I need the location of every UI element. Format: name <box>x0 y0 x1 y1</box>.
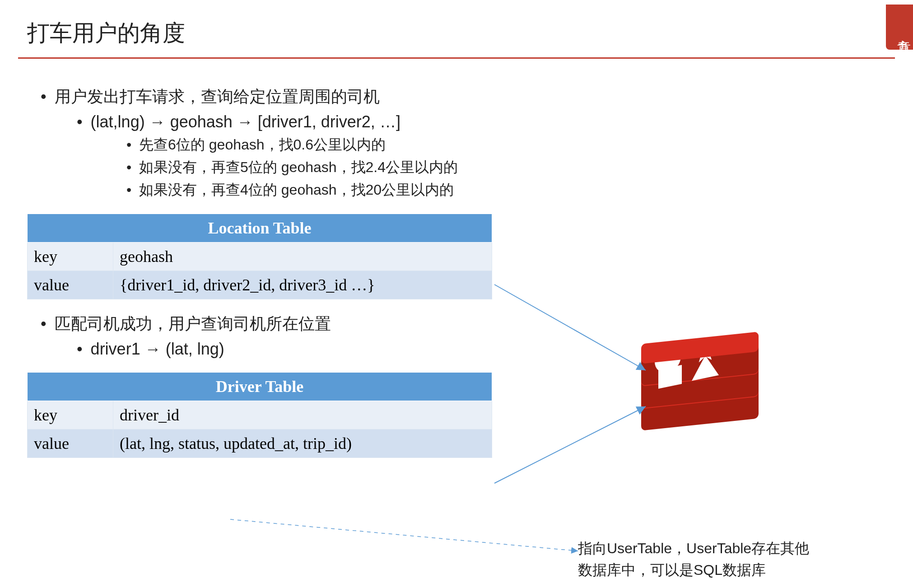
svg-line-2 <box>230 519 578 551</box>
section1-item-0: 先查6位的 geohash，找0.6公里以内的 <box>126 135 913 155</box>
section1-item-2: 如果没有，再查4位的 geohash，找20公里以内的 <box>126 180 913 200</box>
logo-badge: 九章 <box>886 5 913 50</box>
section1-heading: 用户发出打车请求，查询给定位置周围的司机 <box>41 86 913 108</box>
section2-heading: 匹配司机成功，用户查询司机所在位置 <box>41 313 913 335</box>
location-table-title: Location Table <box>28 214 492 243</box>
slide-title: 打车用户的角度 <box>0 0 913 57</box>
note-line-2: 数据库中，可以是SQL数据库 <box>578 559 809 581</box>
driver-table-val-0: driver_id <box>113 401 492 429</box>
location-table: Location Table key geohash value {driver… <box>27 214 492 299</box>
location-table-val-1: {driver1_id, driver2_id, driver3_id …} <box>113 271 492 299</box>
slide-content: 用户发出打车请求，查询给定位置周围的司机 (lat,lng) → geohash… <box>0 59 913 458</box>
driver-table-key-0: key <box>28 401 113 429</box>
driver-table: Driver Table key driver_id value (lat, l… <box>27 372 492 458</box>
location-table-val-0: geohash <box>113 243 492 271</box>
section2-sub: driver1 → (lat, lng) <box>77 340 913 359</box>
annotation-note: 指向UserTable，UserTable存在其他 数据库中，可以是SQL数据库 <box>578 537 809 581</box>
redis-icon: ★ <box>641 334 768 443</box>
driver-table-title: Driver Table <box>28 373 492 401</box>
location-table-key-1: value <box>28 271 113 299</box>
note-line-1: 指向UserTable，UserTable存在其他 <box>578 537 809 559</box>
location-table-key-0: key <box>28 243 113 271</box>
section1-item-1: 如果没有，再查5位的 geohash，找2.4公里以内的 <box>126 158 913 177</box>
section1-sub: (lat,lng) → geohash → [driver1, driver2,… <box>77 112 913 131</box>
driver-table-val-1: (lat, lng, status, updated_at, trip_id) <box>113 429 492 458</box>
driver-table-key-1: value <box>28 429 113 458</box>
